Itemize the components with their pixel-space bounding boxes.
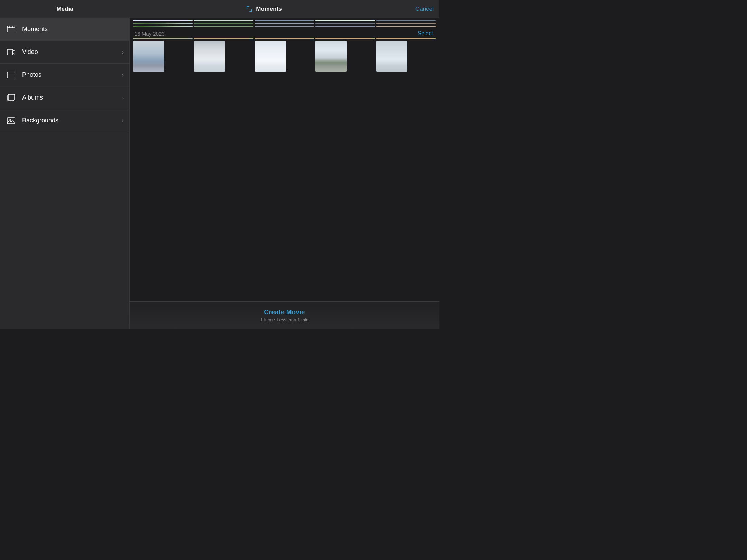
expand-icon[interactable] [246,5,253,13]
video-chevron-icon: › [122,49,124,55]
photo-thumb-15[interactable] [376,26,436,27]
photo-thumb-6[interactable] [133,23,193,24]
photo-thumb-16[interactable] [133,38,193,39]
photo-thumb-25[interactable] [376,41,407,72]
photo-thumb-18[interactable] [255,38,314,39]
photo-grid-3 [132,26,437,27]
svg-rect-0 [7,26,15,32]
photo-thumb-22[interactable] [194,41,225,72]
sidebar-photos-label: Photos [22,71,122,78]
albums-icon [6,92,17,103]
sidebar-video-label: Video [22,48,122,56]
sidebar-item-backgrounds[interactable]: Backgrounds › [0,109,129,132]
photo-grid-5 [132,41,437,72]
photo-thumb-4[interactable] [315,20,375,21]
media-title: Media [56,6,73,12]
moments-icon [6,24,17,35]
photo-thumb-14[interactable] [315,26,375,27]
photo-thumb-7[interactable] [194,23,253,24]
svg-point-11 [9,119,11,121]
top-bar-left: Media [0,6,130,12]
sidebar: Moments Video › Photos › [0,18,130,329]
sidebar-item-albums[interactable]: Albums › [0,86,129,109]
top-bar-center: Moments [130,5,398,13]
svg-rect-6 [8,72,15,78]
moments-title: Moments [256,6,282,12]
sidebar-item-moments[interactable]: Moments [0,18,129,41]
group-2-header: 16 May 2023 Select [132,27,437,38]
photo-grid-2 [132,23,437,24]
photo-thumb-2[interactable] [194,20,253,21]
top-bar: Media Moments Cancel [0,0,439,18]
bottom-subtitle: 1 item • Less than 1 min [260,317,308,323]
create-movie-button[interactable]: Create Movie [264,308,305,316]
bottom-partial-row [132,41,437,72]
cancel-button[interactable]: Cancel [415,6,434,12]
photo-thumb-9[interactable] [315,23,375,24]
photo-thumb-12[interactable] [194,26,253,27]
photo-group-1: 16 May 2023 Select [132,20,437,39]
photo-thumb-11[interactable] [133,26,193,27]
photo-grid-1 [132,20,437,21]
photo-thumb-8[interactable] [255,23,314,24]
main-layout: Moments Video › Photos › [0,18,439,329]
group-2-select[interactable]: Select [418,30,433,37]
photo-thumb-20[interactable] [376,38,436,39]
sidebar-moments-label: Moments [22,26,124,33]
photo-thumb-5[interactable] [376,20,436,21]
sidebar-item-photos[interactable]: Photos › [0,64,129,86]
photos-chevron-icon: › [122,72,124,78]
albums-chevron-icon: › [122,95,124,101]
photo-thumb-17[interactable] [194,38,253,39]
photo-thumb-23[interactable] [255,41,286,72]
sidebar-item-video[interactable]: Video › [0,41,129,64]
video-icon [6,47,17,58]
backgrounds-chevron-icon: › [122,118,124,124]
photo-thumb-1[interactable] [133,20,193,21]
photos-icon [6,69,17,81]
svg-rect-10 [7,118,15,124]
photo-scroll[interactable]: 16 May 2023 Select [130,18,439,301]
photo-thumb-21[interactable] [133,41,164,72]
photo-thumb-10[interactable] [376,23,436,24]
svg-rect-4 [7,49,13,55]
svg-rect-5 [7,72,15,78]
backgrounds-icon [6,115,17,126]
photo-thumb-3[interactable] [255,20,314,21]
sidebar-albums-label: Albums [22,94,122,101]
photo-thumb-24[interactable] [315,41,347,72]
sidebar-backgrounds-label: Backgrounds [22,117,122,124]
svg-rect-8 [8,94,15,100]
photo-thumb-19[interactable] [315,38,375,39]
photo-thumb-13[interactable] [255,26,314,27]
photo-grid-4 [132,38,437,39]
content-area: 16 May 2023 Select [130,18,439,329]
bottom-bar: Create Movie 1 item • Less than 1 min [130,301,439,329]
top-bar-right: Cancel [398,6,439,12]
group-2-date: 16 May 2023 [135,31,418,37]
